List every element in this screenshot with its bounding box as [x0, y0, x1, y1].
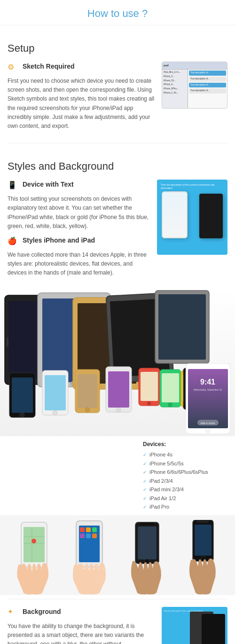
svg-rect-20: [78, 374, 97, 408]
device-name: iPhone 6/6s/6Plus/6sPlus: [149, 468, 208, 476]
list-item: ✓ iPhone 4s: [143, 450, 227, 459]
iphone-lockscreen: 9:41 Wednesday, September 16 slide to un…: [186, 363, 230, 434]
svg-rect-57: [80, 527, 85, 532]
bg-panel-black: [202, 614, 225, 644]
svg-rect-59: [92, 527, 97, 532]
styles-iphone-subsection: 🍎 Styles iPhone and iPad: [8, 236, 151, 247]
page-title: How to use ?: [0, 6, 235, 21]
gear-icon: ⚙: [8, 62, 19, 73]
svg-rect-3: [7, 338, 8, 347]
hand-phone-1: [9, 520, 56, 595]
background-icon: ✦: [8, 607, 19, 618]
svg-rect-50: [24, 527, 45, 562]
styles-body: We have collected more than 14 devices A…: [8, 251, 151, 278]
svg-point-21: [85, 408, 90, 412]
svg-text:Wednesday, September 16: Wednesday, September 16: [194, 388, 222, 391]
hand4-svg: [179, 520, 226, 595]
svg-rect-60: [80, 534, 85, 538]
sketch-required-title: Sketch Required: [23, 62, 74, 71]
background-section: ✦ Background You have the ability to cha…: [0, 603, 235, 644]
device-name: iPad Air 1/2: [149, 495, 176, 503]
svg-rect-64: [138, 526, 157, 559]
divider2: [8, 599, 227, 599]
setup-section: Setup ⚙ Sketch Required First you need t…: [0, 25, 235, 139]
svg-point-54: [31, 539, 36, 543]
check-icon: ✓: [143, 486, 147, 493]
apple-icon: 🍎: [8, 236, 19, 247]
list-item: ✓ iPhone 6/6s/6Plus/6sPlus: [143, 468, 227, 477]
bg-image: Then the description of the current scre…: [162, 607, 227, 644]
setup-title: Setup: [8, 40, 227, 56]
phone-icon: 📱: [8, 180, 19, 191]
sketch-gray-row2: True description of...: [189, 88, 226, 94]
svg-point-30: [168, 403, 172, 407]
hand1-svg: [9, 520, 56, 595]
device-preview: Then the description of the current scre…: [157, 180, 227, 255]
device-text-title: Device with Text: [23, 180, 74, 189]
device-name: iPhone 5/5c/5s: [149, 460, 184, 468]
styles-content: 📱 Device with Text This tool setting you…: [8, 180, 227, 282]
divider1: [8, 143, 227, 143]
svg-rect-68: [195, 525, 212, 556]
svg-rect-61: [86, 534, 91, 538]
check-icon: ✓: [143, 478, 147, 485]
sketch-preview-area: True description of... True description …: [188, 70, 227, 108]
hand2-svg: [66, 520, 113, 595]
svg-rect-17: [45, 375, 66, 410]
list-item: ✓ iPhone 5/5c/5s: [143, 459, 227, 468]
list-item: ✓ iPad Pro: [143, 503, 227, 511]
header: How to use ?: [0, 0, 235, 25]
sketch-screenshot: pad iPad_Mini_2+4+... iPhone_5... iPhone…: [162, 62, 227, 109]
device-phone-white: [162, 191, 188, 238]
svg-point-18: [53, 410, 57, 415]
svg-rect-62: [92, 534, 97, 538]
check-icon: ✓: [143, 460, 147, 467]
svg-text:slide to unlock: slide to unlock: [200, 422, 215, 424]
devices-list-section: Devices: ✓ iPhone 4s ✓ iPhone 5/5c/5s ✓ …: [0, 436, 235, 515]
device-text-overlay: Then the description of the current scre…: [161, 183, 224, 190]
setup-text: ⚙ Sketch Required First you need to choo…: [8, 62, 156, 135]
svg-rect-29: [162, 373, 179, 402]
svg-rect-12: [158, 294, 206, 360]
device-name: iPhone 4s: [149, 451, 172, 459]
svg-rect-65: [140, 523, 154, 525]
styles-text: 📱 Device with Text This tool setting you…: [8, 180, 151, 282]
svg-rect-58: [86, 527, 91, 532]
svg-text:9:41: 9:41: [200, 378, 215, 386]
setup-content: ⚙ Sketch Required First you need to choo…: [8, 62, 227, 135]
devices-lineup: 9:41 Wednesday, September 16 slide to un…: [0, 286, 235, 436]
page-container: How to use ? Setup ⚙ Sketch Required Fir…: [0, 0, 235, 644]
check-icon: ✓: [143, 503, 147, 510]
svg-rect-69: [196, 521, 209, 523]
svg-rect-23: [108, 371, 129, 408]
lockscreen-svg: 9:41 Wednesday, September 16 slide to un…: [186, 363, 230, 434]
bg-subsection: ✦ Background: [8, 607, 156, 618]
hand-phone-4: [179, 520, 226, 595]
sketch-gray-row: True description of...: [189, 77, 226, 82]
svg-point-15: [20, 413, 24, 417]
device-name: iPad 2/3/4: [149, 477, 173, 485]
bg-text: ✦ Background You have the ability to cha…: [8, 607, 156, 644]
styles-image: Then the description of the current scre…: [157, 180, 227, 282]
svg-rect-14: [12, 377, 33, 413]
sketch-blue-row2: True description of...: [189, 83, 226, 88]
setup-body: First you need to choose which device yo…: [8, 77, 156, 131]
check-icon: ✓: [143, 495, 147, 502]
hand3-svg: [122, 520, 169, 595]
svg-rect-26: [141, 372, 158, 401]
sketch-ui-header: pad: [162, 62, 227, 70]
sketch-ui-body: iPad_Mini_2+4+... iPhone_5... iPhone_5S.…: [162, 70, 227, 108]
device-text-body: This tool setting your screenshots on de…: [8, 195, 151, 231]
device-name: iPad mini 2/3/4: [149, 486, 184, 494]
check-icon: ✓: [143, 469, 147, 476]
list-item: ✓ iPad 2/3/4: [143, 477, 227, 486]
check-icon: ✓: [143, 451, 147, 458]
styles-title: Styles and Background: [8, 158, 227, 174]
list-item: ✓ iPad mini 2/3/4: [143, 485, 227, 494]
device-text-subsection: 📱 Device with Text: [8, 180, 151, 191]
devices-label: Devices:: [143, 440, 227, 448]
bg-title: Background: [23, 607, 61, 617]
devices-list-items: ✓ iPhone 4s ✓ iPhone 5/5c/5s ✓ iPhone 6/…: [143, 450, 227, 511]
devices-list: Devices: ✓ iPhone 4s ✓ iPhone 5/5c/5s ✓ …: [143, 440, 227, 511]
sketch-blue-row: True description of...: [189, 71, 226, 76]
